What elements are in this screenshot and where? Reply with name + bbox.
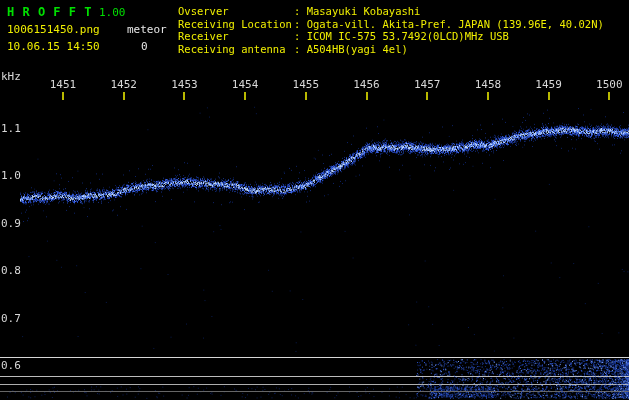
time-label-1457: 1457 [412, 78, 442, 91]
time-tick [123, 92, 125, 100]
freq-label-1.1: 1.1 [1, 122, 21, 135]
app-title: H R O F F T [7, 5, 92, 19]
time-tick [305, 92, 307, 100]
y-axis-unit: kHz [1, 70, 21, 83]
info-value: A504HB(yagi 4el) [307, 43, 408, 56]
time-tick [244, 92, 246, 100]
info-value: Ogata-vill. Akita-Pref. JAPAN (139.96E, … [307, 18, 604, 31]
time-label-1452: 1452 [109, 78, 139, 91]
freq-label-1.0: 1.0 [1, 169, 21, 182]
time-label-1456: 1456 [352, 78, 382, 91]
station-info-row-0: Ovserver: Masayuki Kobayashi [178, 5, 604, 18]
time-label-1453: 1453 [169, 78, 199, 91]
time-tick [608, 92, 610, 100]
hrofft-window: H R O F F T 1.00 1006151450.png meteor 1… [0, 0, 629, 400]
meteor-count: 0 [141, 40, 148, 53]
time-tick [183, 92, 185, 100]
freq-label-0.7: 0.7 [1, 312, 21, 325]
info-value: ICOM IC-575 53.7492(0LCD)MHz USB [307, 30, 509, 43]
time-tick [62, 92, 64, 100]
info-label: Receiver [178, 30, 294, 43]
info-label: Ovserver [178, 5, 294, 18]
spectrogram-canvas [0, 0, 629, 400]
freq-label-0.6: 0.6 [1, 359, 21, 372]
time-label-1459: 1459 [534, 78, 564, 91]
time-label-1500: 1500 [594, 78, 624, 91]
info-colon: : [294, 18, 307, 31]
time-label-1454: 1454 [230, 78, 260, 91]
mode-label: meteor [127, 23, 167, 36]
x-axis-ticks [0, 92, 629, 100]
time-tick [487, 92, 489, 100]
freq-label-0.8: 0.8 [1, 264, 21, 277]
time-tick [548, 92, 550, 100]
output-filename: 1006151450.png [7, 23, 100, 36]
freq-label-0.9: 0.9 [1, 217, 21, 230]
info-label: Receiving Location [178, 18, 294, 31]
station-info: Ovserver: Masayuki KobayashiReceiving Lo… [178, 5, 604, 55]
station-info-row-3: Receiving antenna: A504HB(yagi 4el) [178, 43, 604, 56]
info-colon: : [294, 43, 307, 56]
time-label-1458: 1458 [473, 78, 503, 91]
info-value: Masayuki Kobayashi [307, 5, 421, 18]
info-colon: : [294, 30, 307, 43]
datetime-label: 10.06.15 14:50 [7, 40, 100, 53]
app-version: 1.00 [99, 6, 126, 19]
x-axis-labels: 1451145214531454145514561457145814591500 [0, 78, 629, 90]
time-label-1451: 1451 [48, 78, 78, 91]
info-colon: : [294, 5, 307, 18]
station-info-row-2: Receiver: ICOM IC-575 53.7492(0LCD)MHz U… [178, 30, 604, 43]
time-tick [426, 92, 428, 100]
time-tick [366, 92, 368, 100]
station-info-row-1: Receiving Location: Ogata-vill. Akita-Pr… [178, 18, 604, 31]
info-label: Receiving antenna [178, 43, 294, 56]
time-label-1455: 1455 [291, 78, 321, 91]
